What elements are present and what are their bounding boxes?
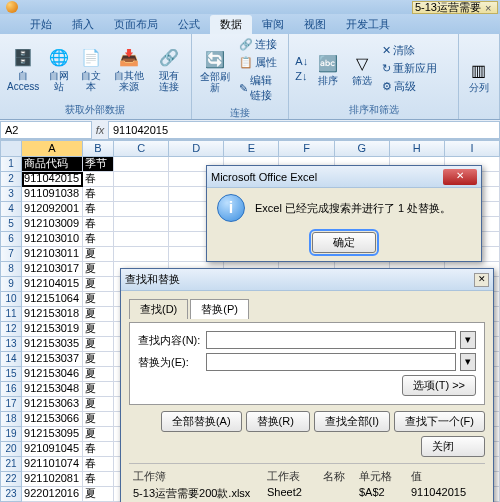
cell[interactable] [114,187,169,202]
col-header-A[interactable]: A [22,140,83,157]
cell[interactable]: 912103010 [22,232,83,247]
fr-button-2[interactable]: 查找全部(I) [314,411,390,432]
row-header[interactable]: 15 [0,367,22,382]
row-header[interactable]: 18 [0,412,22,427]
col-header-D[interactable]: D [169,140,224,157]
result-cell[interactable] [319,485,355,502]
row-header[interactable]: 1 [0,157,22,172]
result-col-header[interactable]: 单元格 [355,468,407,485]
cell[interactable]: 921101074 [22,457,83,472]
cell[interactable]: 912153066 [22,412,83,427]
from-web-button[interactable]: 🌐自网站 [44,44,74,94]
ribbon-tab-1[interactable]: 插入 [62,15,104,34]
cell[interactable]: 春 [83,472,114,487]
cell[interactable]: 911091038 [22,187,83,202]
row-header[interactable]: 17 [0,397,22,412]
text-to-columns-button[interactable]: ▥分列 [463,56,495,95]
cell[interactable]: 912092001 [22,202,83,217]
row-header[interactable]: 10 [0,292,22,307]
col-header-F[interactable]: F [279,140,334,157]
cell[interactable]: 春 [83,172,114,187]
advanced-filter-item[interactable]: ⚙高级 [380,78,439,95]
cell[interactable]: 912153048 [22,382,83,397]
result-col-header[interactable]: 工作表 [263,468,319,485]
result-cell[interactable]: Sheet2 [263,485,319,502]
row-header[interactable]: 9 [0,277,22,292]
cell[interactable]: 夏 [83,397,114,412]
row-header[interactable]: 3 [0,187,22,202]
row-header[interactable]: 8 [0,262,22,277]
clear-filter-item[interactable]: ✕清除 [380,42,439,59]
result-cell[interactable]: 5-13运营需要200款.xlsx [129,485,263,502]
row-header[interactable]: 16 [0,382,22,397]
ribbon-tab-5[interactable]: 审阅 [252,15,294,34]
cell[interactable]: 春 [83,217,114,232]
from-text-button[interactable]: 📄自文本 [76,44,106,94]
name-box[interactable]: A2 [0,121,92,139]
cell[interactable] [114,202,169,217]
cell[interactable]: 春 [83,187,114,202]
ribbon-tab-6[interactable]: 视图 [294,15,336,34]
cell[interactable]: 922012016 [22,487,83,502]
reapply-filter-item[interactable]: ↻重新应用 [380,60,439,77]
cell[interactable]: 夏 [83,262,114,277]
row-header[interactable]: 22 [0,472,22,487]
row-header[interactable]: 4 [0,202,22,217]
sort-asc-button[interactable]: A↓ [293,54,310,68]
cell[interactable]: 921102081 [22,472,83,487]
close-button[interactable]: ✕ [474,273,489,287]
row-header[interactable]: 13 [0,337,22,352]
col-header-B[interactable]: B [83,140,114,157]
cell[interactable]: 912153019 [22,322,83,337]
replace-input[interactable] [206,353,456,371]
cell[interactable]: 夏 [83,352,114,367]
ribbon-tab-4[interactable]: 数据 [210,15,252,34]
fr-button-4[interactable]: 关闭 [421,436,485,457]
col-header-H[interactable]: H [390,140,445,157]
row-header[interactable]: 21 [0,457,22,472]
cell[interactable] [114,157,169,172]
find-dropdown[interactable]: ▾ [460,331,476,349]
cell[interactable]: 春 [83,442,114,457]
col-header-E[interactable]: E [224,140,279,157]
formula-input[interactable]: 911042015 [108,121,500,139]
cell[interactable]: 春 [83,202,114,217]
properties-item[interactable]: 📋属性 [237,54,284,71]
close-button[interactable]: ✕ [443,169,477,185]
cell[interactable]: 912153095 [22,427,83,442]
row-header[interactable]: 5 [0,217,22,232]
cell[interactable] [114,247,169,262]
cell[interactable]: 春 [83,457,114,472]
row-header[interactable]: 7 [0,247,22,262]
cell[interactable]: 912151064 [22,292,83,307]
cell[interactable]: 夏 [83,487,114,502]
cell[interactable] [114,172,169,187]
cell[interactable] [114,232,169,247]
row-header[interactable]: 6 [0,232,22,247]
ribbon-tab-7[interactable]: 开发工具 [336,15,400,34]
filter-button[interactable]: ▽筛选 [346,49,378,88]
cell[interactable]: 夏 [83,337,114,352]
row-header[interactable]: 12 [0,322,22,337]
row-header[interactable]: 23 [0,487,22,502]
ribbon-tab-3[interactable]: 公式 [168,15,210,34]
cell[interactable]: 912153018 [22,307,83,322]
cell[interactable]: 春 [83,232,114,247]
result-col-header[interactable]: 名称 [319,468,355,485]
connections-item[interactable]: 🔗连接 [237,36,284,53]
result-col-header[interactable]: 值 [407,468,473,485]
cell[interactable]: 商品代码 [22,157,83,172]
row-header[interactable]: 2 [0,172,22,187]
ok-button[interactable]: 确定 [312,232,376,253]
cell[interactable]: 夏 [83,412,114,427]
ribbon-tab-0[interactable]: 开始 [20,15,62,34]
sort-button[interactable]: 🔤排序 [312,49,344,88]
cell[interactable]: 912103011 [22,247,83,262]
office-orb-icon[interactable] [6,1,18,13]
cell[interactable]: 912103009 [22,217,83,232]
workbook-filename-tab[interactable]: 5-13运营需要 × [412,1,498,14]
cell[interactable] [114,217,169,232]
row-header[interactable]: 19 [0,427,22,442]
row-header[interactable]: 11 [0,307,22,322]
cell[interactable]: 夏 [83,292,114,307]
